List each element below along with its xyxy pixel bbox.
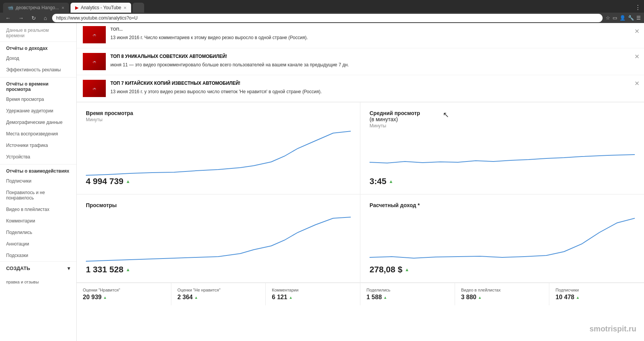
chart-views-value: 1 331 528 ▲ [86,265,130,275]
sidebar-interactions-header: Отчёты о взаимодействиях [0,164,76,175]
stat-comments-arrow: ▲ [289,295,292,300]
stat-shares-arrow: ▲ [383,295,387,300]
sidebar: Данные в реальномвремени Отчёты о дохода… [0,23,77,341]
stat-likes-label: Оценки "Нравится" [83,288,165,292]
stat-comments: Комментарии 6 121 ▲ [266,283,360,305]
chart-watch-time-svg [86,129,351,179]
tab1-label: деовстреча Hango... [16,5,59,10]
extensions-icon[interactable]: 🔧 [628,15,634,21]
stat-likes-value: 20 939 ▲ [83,294,165,301]
window-controls[interactable]: ⋮ [635,4,641,11]
sidebar-item-cards[interactable]: Подсказки [0,250,76,261]
stat-dislikes-value: 2 364 ▲ [177,294,260,301]
tab-inactive-1[interactable]: 📹 деовстреча Hango... ✕ [3,3,69,13]
tab2-favicon: ▶ [75,5,79,10]
chart-avg-view-value: 3:45 ▲ [370,176,393,186]
address-text: https://www.youtube.com/analytics?o=U [56,15,137,21]
chart-revenue-value: 278,08 $ ▲ [370,265,409,275]
notif-thumb-2: 🚗 [83,80,106,97]
notif-desc-0: 13 июня 2016 г. Число комментариев к это… [110,34,638,41]
tab2-label: Analytics - YouTube [81,5,122,10]
stat-shares-value: 1 588 ▲ [366,294,449,301]
chart-revenue-svg [370,215,635,265]
cast-icon[interactable]: ▭ [613,15,617,21]
forward-button[interactable]: → [16,14,26,22]
sidebar-income-header: Отчёты о доходах [0,41,76,53]
menu-icon[interactable]: ☰ [636,15,641,21]
tab2-close[interactable]: ✕ [123,6,127,10]
sidebar-create[interactable]: СОЗДАТЬ ▾ [0,261,76,275]
stat-playlists-label: Видео в плейлистах [461,288,543,292]
sidebar-watchtime-header: Отчёты о времени просмотра [0,77,76,94]
stat-playlists-arrow: ▲ [478,295,482,300]
tab-bar: 📹 деовстреча Hango... ✕ ▶ Analytics - Yo… [0,0,644,13]
charts-grid: Время просмотра Минуты 4 994 739 ▲ Средн… [77,102,644,283]
new-tab-button[interactable] [133,3,144,13]
sidebar-item-subscribers[interactable]: Подписчики [0,175,76,187]
feedback-link[interactable]: правка и отзывы [6,279,70,285]
stat-likes: Оценки "Нравится" 20 939 ▲ [77,283,171,305]
sidebar-item-demographics[interactable]: Демографические данные [0,117,76,128]
stat-playlists: Видео в плейлистах 3 880 ▲ [455,283,550,305]
address-input[interactable]: https://www.youtube.com/analytics?o=U [52,14,603,22]
tab1-favicon: 📹 [8,5,13,10]
chart-revenue-title: Расчетный доход * [370,202,635,208]
notif-close-2[interactable]: ✕ [634,80,639,87]
chart-views-svg [86,215,351,265]
chart-watch-time-title: Время просмотра [86,110,351,116]
tab-active[interactable]: ▶ Analytics - YouTube ✕ [71,3,131,13]
page: Данные в реальномвремени Отчёты о дохода… [0,23,644,341]
browser-icons: ☆ ▭ 👤 🔧 ☰ [606,15,641,21]
notif-title-2: ТОП 7 КИТАЙСКИХ КОПИЙ ИЗВЕСТНЫХ АВТОМОБИ… [110,80,638,87]
home-button[interactable]: ⌂ [41,14,49,22]
bookmark-icon[interactable]: ☆ [606,15,610,21]
sidebar-footer: правка и отзывы [0,275,76,289]
browser-chrome: 📹 деовстреча Hango... ✕ ▶ Analytics - Yo… [0,0,644,23]
notif-thumb-1: 🚗 [83,53,106,70]
account-icon[interactable]: 👤 [619,15,626,21]
sidebar-item-traffic[interactable]: Источники трафика [0,140,76,151]
notif-text-2: ТОП 7 КИТАЙСКИХ КОПИЙ ИЗВЕСТНЫХ АВТОМОБИ… [110,80,638,95]
notif-text-1: ТОП 8 УНИКАЛЬНЫХ СОВЕТСКИХ АВТОМОБИЛЕЙ! … [110,53,638,68]
chart-watch-time-subtitle: Минуты [86,117,351,122]
sidebar-item-ads[interactable]: Эффективность рекламы [0,64,76,76]
address-bar-row: ← → ↻ ⌂ https://www.youtube.com/analytic… [0,13,644,23]
sidebar-realtime-label[interactable]: Данные в реальномвремени [0,23,76,40]
sidebar-item-playlists[interactable]: Видео в плейлистах [0,204,76,215]
chart-views-title: Просмотры [86,202,351,208]
stat-likes-arrow: ▲ [103,295,107,300]
tab1-close[interactable]: ✕ [61,6,64,10]
create-chevron: ▾ [67,265,70,271]
chart-avg-view-arrow: ▲ [389,179,393,184]
chart-views-arrow: ▲ [126,267,130,272]
sidebar-item-retention[interactable]: Удержание аудитории [0,105,76,117]
notif-close-1[interactable]: ✕ [634,53,639,60]
notification-item-2: 🚗 ТОП 7 КИТАЙСКИХ КОПИЙ ИЗВЕСТНЫХ АВТОМО… [77,75,644,102]
chart-avg-view-title: Средний просмотр(в минутах) [370,110,635,122]
notif-close-0[interactable]: ✕ [634,28,639,35]
back-button[interactable]: ← [3,14,13,22]
sidebar-item-annotations[interactable]: Аннотации [0,238,76,250]
sidebar-item-watchtime[interactable]: Время просмотра [0,94,76,105]
sidebar-item-likes[interactable]: Понравилось и не понравилось [0,187,76,204]
chart-watch-time-value: 4 994 739 ▲ [86,176,130,186]
notif-desc-1: июня 11 — это видео прокомментировало бо… [110,61,638,68]
reload-button[interactable]: ↻ [29,14,38,22]
notif-thumb-0: 🚗 [83,26,106,43]
sidebar-item-playback[interactable]: Места воспроизведения [0,128,76,140]
chart-watch-time: Время просмотра Минуты 4 994 739 ▲ [77,102,360,194]
stat-shares: Поделились 1 588 ▲ [360,283,455,305]
stat-dislikes: Оценки "Не нравится" 2 364 ▲ [171,283,266,305]
notifications-section: 🚗 ТОП... 13 июня 2016 г. Число комментар… [77,23,644,102]
notif-desc-2: 13 июня 2016 г. у этого видео резко выро… [110,88,638,95]
stat-comments-value: 6 121 ▲ [272,294,354,301]
sidebar-item-devices[interactable]: Устройства [0,151,76,163]
stat-subscribers: Подписчики 10 478 ▲ [549,283,644,305]
chart-avg-view: Средний просмотр(в минутах) Минуты 3:45 … [360,102,644,194]
sidebar-item-income[interactable]: Доход [0,53,76,64]
sidebar-item-shares[interactable]: Поделились [0,227,76,238]
chart-watch-time-arrow: ▲ [126,179,130,184]
chart-revenue: Расчетный доход * 278,08 $ ▲ [360,194,644,283]
sidebar-item-comments[interactable]: Комментарии [0,215,76,227]
stat-comments-label: Комментарии [272,288,354,292]
